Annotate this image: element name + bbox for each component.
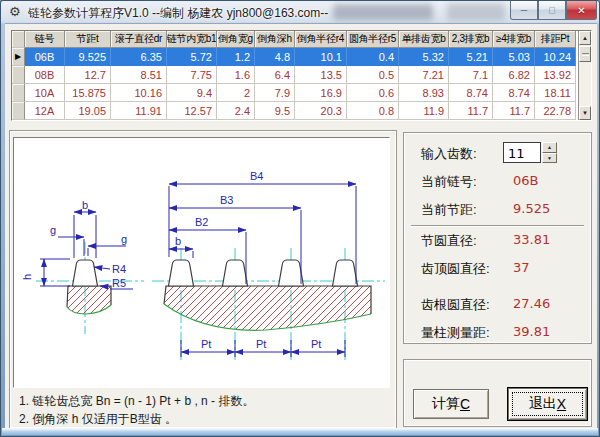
cell[interactable]: 13.92 <box>535 66 576 84</box>
title-bar[interactable]: ⚙ 链轮参数计算程序V1.0 --编制 杨建农 yjn800@163.com--… <box>1 1 599 23</box>
minimize-button[interactable]: ─ <box>510 1 538 20</box>
cell[interactable]: 11.91 <box>111 102 167 120</box>
cell[interactable]: 7.9 <box>255 84 295 102</box>
scrollbar-track[interactable] <box>579 62 591 106</box>
cell[interactable]: 16.9 <box>295 84 347 102</box>
cell[interactable]: 10A <box>25 84 65 102</box>
minimize-icon: ─ <box>521 5 527 15</box>
cell[interactable]: 12A <box>25 102 65 120</box>
cell[interactable]: 9.4 <box>167 84 217 102</box>
teeth-count-label: 输入齿数: <box>421 145 477 163</box>
spin-down-button[interactable]: ▼ <box>542 153 557 164</box>
root-diameter-label: 齿根圆直径: <box>421 296 490 314</box>
cell[interactable]: 9.5 <box>255 102 295 120</box>
current-chain-value: 06B <box>513 173 538 188</box>
note-line-1: 1. 链轮齿总宽 Bn = (n - 1) Pt + b , n - 排数。 <box>19 393 254 410</box>
dim-label-r4: R4 <box>112 263 126 275</box>
cell[interactable]: 1.6 <box>217 66 255 84</box>
cell[interactable]: 12.7 <box>65 66 111 84</box>
column-header: 倒角深h <box>255 31 295 48</box>
cell[interactable]: 11.7 <box>449 102 493 120</box>
cell[interactable]: 8.74 <box>493 84 535 102</box>
cell[interactable]: 8.51 <box>111 66 167 84</box>
dim-label-g: g <box>121 233 127 245</box>
column-header: ≥4排宽b <box>493 31 535 48</box>
scroll-up-button[interactable]: ▲ <box>579 31 591 45</box>
cell[interactable]: 22.78 <box>535 102 576 120</box>
column-header: 排距Pt <box>535 31 576 48</box>
table-row-08B[interactable]: 08B 12.7 8.51 7.75 1.6 6.4 13.5 0.5 7.21… <box>12 66 578 84</box>
table-row-06B[interactable]: ▶ 06B 9.525 6.35 5.72 1.2 4.8 10.1 0.4 5… <box>12 48 578 66</box>
table-row-12A[interactable]: 12A 19.05 11.91 12.57 2.4 9.5 20.3 0.8 1… <box>12 102 578 120</box>
row-selector <box>12 66 25 84</box>
cell[interactable]: 0.4 <box>347 48 399 66</box>
cell[interactable]: 5.03 <box>493 48 535 66</box>
cell[interactable]: 1.2 <box>217 48 255 66</box>
teeth-count-stepper[interactable]: ▲ ▼ <box>542 142 557 163</box>
grid-vertical-scrollbar[interactable]: ▲ ▼ <box>578 31 591 120</box>
scroll-up-icon: ▲ <box>582 35 588 41</box>
chain-data-grid: 链号 节距t 滚子直径dr 链节内宽b1 倒角宽g 倒角深h 倒角半径r4 圆角… <box>11 30 592 121</box>
cell[interactable]: 6.82 <box>493 66 535 84</box>
dim-label-b3: B3 <box>220 194 233 206</box>
scroll-down-icon: ▼ <box>582 110 588 116</box>
cell[interactable]: 0.8 <box>347 102 399 120</box>
cell[interactable]: 0.5 <box>347 66 399 84</box>
cell[interactable]: 11.7 <box>493 102 535 120</box>
dim-label-b: b <box>82 199 88 211</box>
calculate-button-hotkey: C <box>460 396 470 412</box>
column-header: 滚子直径dr <box>111 31 167 48</box>
cell[interactable]: 10.1 <box>295 48 347 66</box>
cell[interactable]: 10.16 <box>111 84 167 102</box>
cell[interactable]: 8.93 <box>399 84 449 102</box>
dim-label-b2: B2 <box>195 216 208 228</box>
spin-up-button[interactable]: ▲ <box>542 142 557 153</box>
grid-header-row: 链号 节距t 滚子直径dr 链节内宽b1 倒角宽g 倒角深h 倒角半径r4 圆角… <box>12 31 578 48</box>
close-button[interactable]: ✕ <box>566 1 597 20</box>
cell[interactable]: 9.525 <box>65 48 111 66</box>
grid-corner-cell <box>12 31 25 48</box>
cell[interactable]: 19.05 <box>65 102 111 120</box>
exit-button[interactable]: 退出X <box>508 388 587 420</box>
cell[interactable]: 10.24 <box>535 48 576 66</box>
dim-label-pt: Pt <box>201 338 211 350</box>
cell[interactable]: 4.8 <box>255 48 295 66</box>
scrollbar-thumb[interactable] <box>579 46 591 62</box>
cell[interactable]: 7.75 <box>167 66 217 84</box>
cell[interactable]: 6.35 <box>111 48 167 66</box>
scroll-down-button[interactable]: ▼ <box>579 106 591 120</box>
cell[interactable]: 5.72 <box>167 48 217 66</box>
cell[interactable]: 2.4 <box>217 102 255 120</box>
pitch-diameter-label: 节圆直径: <box>421 232 477 250</box>
cell[interactable]: 08B <box>25 66 65 84</box>
cell[interactable]: 12.57 <box>167 102 217 120</box>
cell[interactable]: 8.74 <box>449 84 493 102</box>
calculate-button[interactable]: 计算C <box>413 389 489 419</box>
cell[interactable]: 6.4 <box>255 66 295 84</box>
dim-label-g: g <box>50 224 56 236</box>
focus-rect <box>512 392 583 416</box>
teeth-count-input[interactable] <box>503 142 541 163</box>
cell[interactable]: 13.5 <box>295 66 347 84</box>
cell[interactable]: 18.11 <box>535 84 576 102</box>
maximize-icon: ◻ <box>548 5 555 15</box>
column-header: 节距t <box>65 31 111 48</box>
cell[interactable]: 7.1 <box>449 66 493 84</box>
cell[interactable]: 2 <box>217 84 255 102</box>
cell[interactable]: 15.875 <box>65 84 111 102</box>
cell[interactable]: 5.21 <box>449 48 493 66</box>
cell[interactable]: 0.6 <box>347 84 399 102</box>
cell[interactable]: 06B <box>25 48 65 66</box>
cell[interactable]: 5.32 <box>399 48 449 66</box>
column-header: 单排齿宽b <box>399 31 449 48</box>
pin-measure-label: 量柱测量距: <box>421 324 490 342</box>
maximize-button[interactable]: ◻ <box>538 1 566 20</box>
cell[interactable]: 7.21 <box>399 66 449 84</box>
dim-label-pt: Pt <box>311 338 321 350</box>
cell[interactable]: 20.3 <box>295 102 347 120</box>
cell[interactable]: 11.9 <box>399 102 449 120</box>
tip-diameter-value: 37 <box>513 260 530 275</box>
close-icon: ✕ <box>577 5 585 16</box>
column-header: 圆角半径r5 <box>347 31 399 48</box>
table-row-10A[interactable]: 10A 15.875 10.16 9.4 2 7.9 16.9 0.6 8.93… <box>12 84 578 102</box>
